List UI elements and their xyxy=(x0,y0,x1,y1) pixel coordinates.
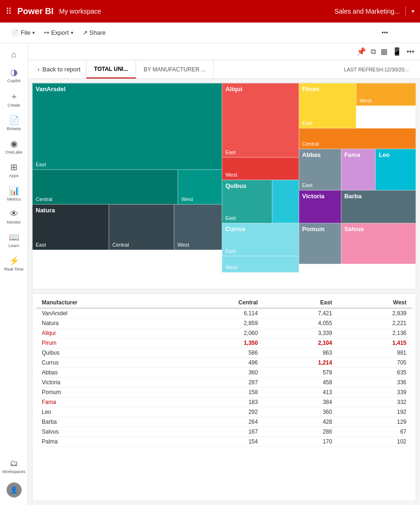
table-row[interactable]: Natura2,8594,0552,221 xyxy=(36,319,412,328)
cell-west: 332 xyxy=(338,397,412,407)
sidebar-label-onelake: OneLake xyxy=(5,150,23,155)
cell-west: 1,415 xyxy=(338,338,412,348)
sidebar-label-workspaces: Workspaces xyxy=(2,469,25,474)
treemap-cell[interactable]: Leo xyxy=(375,149,416,190)
treemap-cell-label: Pomum xyxy=(302,225,338,233)
treemap-cell-sublabel: West xyxy=(225,172,295,178)
copy-icon[interactable]: ⧉ xyxy=(371,47,376,56)
sidebar-item-onelake[interactable]: ◉ OneLake xyxy=(2,136,26,157)
table-row[interactable]: Aliqui2,0603,3392,136 xyxy=(36,328,412,338)
treemap-cell[interactable]: CurrusEast xyxy=(222,223,298,256)
tab-by-manufacturer[interactable]: BY MANUFACTURER ... xyxy=(136,60,214,78)
sidebar-item-realtime[interactable]: ⚡ Real-Time xyxy=(2,253,26,274)
icon-bar: 📌 ⧉ ▦ 📱 ••• xyxy=(28,43,420,60)
treemap-cell-label: Salvus xyxy=(344,225,412,233)
treemap-container[interactable]: VanArsdelEastCentralWestNaturaEastCentra… xyxy=(32,83,416,289)
treemap-cell[interactable]: AliquiEast xyxy=(222,83,298,157)
treemap-cell[interactable]: NaturaEast xyxy=(32,204,109,249)
table-row[interactable]: Barba264428129 xyxy=(36,417,412,427)
sidebar-label-metrics: Metrics xyxy=(7,197,21,202)
phone-icon[interactable]: 📱 xyxy=(392,47,402,56)
table-row[interactable]: Palma154170102 xyxy=(36,437,412,447)
treemap-cell[interactable]: Victoria xyxy=(299,190,341,223)
treemap-cell[interactable]: PirumEast xyxy=(299,83,357,128)
sidebar-item-apps[interactable]: ⊞ Apps xyxy=(2,159,26,181)
col-header-east: East xyxy=(263,297,337,308)
cell-west: 2,221 xyxy=(338,319,412,328)
sidebar-item-monitor[interactable]: 👁 Monitor xyxy=(2,206,26,227)
apps-icon[interactable]: ⠿ xyxy=(6,6,12,16)
export-icon: ↦ xyxy=(44,29,49,36)
table-row[interactable]: Fama183384332 xyxy=(36,397,412,407)
table-row[interactable]: Quibus586863981 xyxy=(36,348,412,358)
cell-manufacturer: Salvus xyxy=(36,427,174,437)
table-row[interactable]: Victoria287458336 xyxy=(36,378,412,388)
treemap-cell[interactable]: Fama xyxy=(341,149,376,190)
realtime-icon: ⚡ xyxy=(9,256,19,266)
sidebar: ⌂ ◑ Copilot ＋ Create 📄 Browse ◉ OneLake … xyxy=(0,43,28,505)
table-row[interactable]: Leo292360192 xyxy=(36,407,412,417)
treemap-cell[interactable]: West xyxy=(222,157,298,180)
treemap-cell[interactable]: Central xyxy=(299,128,416,149)
treemap-cell-label: Abbas xyxy=(302,151,338,159)
sidebar-item-create[interactable]: ＋ Create xyxy=(2,88,26,110)
share-button[interactable]: ↗ Share xyxy=(79,27,110,38)
tab-total-units[interactable]: TOTAL UNI... xyxy=(86,60,136,78)
treemap-cell[interactable] xyxy=(272,180,299,223)
treemap-cell-sublabel: East xyxy=(36,242,106,248)
workspace-label[interactable]: My workspace xyxy=(59,8,101,15)
treemap-cell-label: Leo xyxy=(379,151,412,159)
last-refresh-label: LAST REFRESH:12/30/20... xyxy=(336,60,416,78)
treemap-cell[interactable]: Central xyxy=(109,204,174,249)
export-button[interactable]: ↦ Export ▾ xyxy=(40,27,77,38)
treemap-cell[interactable]: West xyxy=(174,204,222,249)
treemap-cell[interactable]: Barba xyxy=(341,190,416,223)
report-dropdown-icon[interactable]: ▾ xyxy=(412,8,414,15)
treemap-cell[interactable]: West xyxy=(222,256,298,272)
sidebar-item-copilot[interactable]: ◑ Copilot xyxy=(2,64,26,86)
treemap-cell[interactable]: VanArsdelEast xyxy=(32,83,222,170)
main-layout: ⌂ ◑ Copilot ＋ Create 📄 Browse ◉ OneLake … xyxy=(0,43,420,505)
sidebar-label-copilot: Copilot xyxy=(7,78,20,83)
treemap-cell[interactable]: Pomum xyxy=(299,223,341,264)
treemap-cell[interactable]: Central xyxy=(32,170,178,204)
table-row[interactable]: VanArsdel6,1147,4212,839 xyxy=(36,308,412,319)
back-to-report-button[interactable]: ‹ Back to report xyxy=(32,60,86,78)
filter-icon[interactable]: ▦ xyxy=(381,47,388,56)
cell-west: 981 xyxy=(338,348,412,358)
sidebar-item-home[interactable]: ⌂ xyxy=(2,47,26,62)
cell-west: 129 xyxy=(338,417,412,427)
more-button[interactable]: ••• xyxy=(378,27,392,38)
avatar[interactable]: 👤 xyxy=(7,482,22,497)
table-row[interactable]: Currus4961,214705 xyxy=(36,358,412,368)
treemap-cell[interactable]: AbbasEast xyxy=(299,149,341,190)
table-row[interactable]: Salvus16728667 xyxy=(36,427,412,437)
table-container: Manufacturer Central East West VanArsdel… xyxy=(32,293,416,501)
cell-west: 2,136 xyxy=(338,328,412,338)
home-icon: ⌂ xyxy=(11,50,16,60)
export-dropdown-icon: ▾ xyxy=(71,30,73,35)
cell-west: 635 xyxy=(338,368,412,378)
data-table: Manufacturer Central East West VanArsdel… xyxy=(36,297,412,447)
cell-manufacturer: Leo xyxy=(36,407,174,417)
treemap-cell[interactable]: QuibusEast xyxy=(222,180,272,223)
sidebar-item-workspaces[interactable]: 🗂 Workspaces xyxy=(2,456,26,477)
treemap-cell[interactable]: West xyxy=(178,170,222,204)
table-row[interactable]: Abbas360578635 xyxy=(36,368,412,378)
sidebar-item-learn[interactable]: 📖 Learn xyxy=(2,229,26,251)
file-dropdown-icon: ▾ xyxy=(32,30,35,35)
more-options-icon[interactable]: ••• xyxy=(406,47,414,56)
cell-east: 413 xyxy=(263,388,337,397)
table-row[interactable]: Pomum158413339 xyxy=(36,388,412,397)
file-icon: 📄 xyxy=(11,29,19,36)
sidebar-item-browse[interactable]: 📄 Browse xyxy=(2,112,26,134)
sidebar-label-create: Create xyxy=(8,103,20,108)
table-row[interactable]: Pirum1,3502,1041,415 xyxy=(36,338,412,348)
pin-icon[interactable]: 📌 xyxy=(357,47,366,56)
treemap-cell[interactable]: Salvus xyxy=(341,223,416,264)
sidebar-item-metrics[interactable]: 📊 Metrics xyxy=(2,183,26,204)
divider xyxy=(405,7,406,16)
file-button[interactable]: 📄 File ▾ xyxy=(8,27,38,38)
cell-east: 458 xyxy=(263,378,337,388)
treemap-cell[interactable]: West xyxy=(356,83,416,106)
